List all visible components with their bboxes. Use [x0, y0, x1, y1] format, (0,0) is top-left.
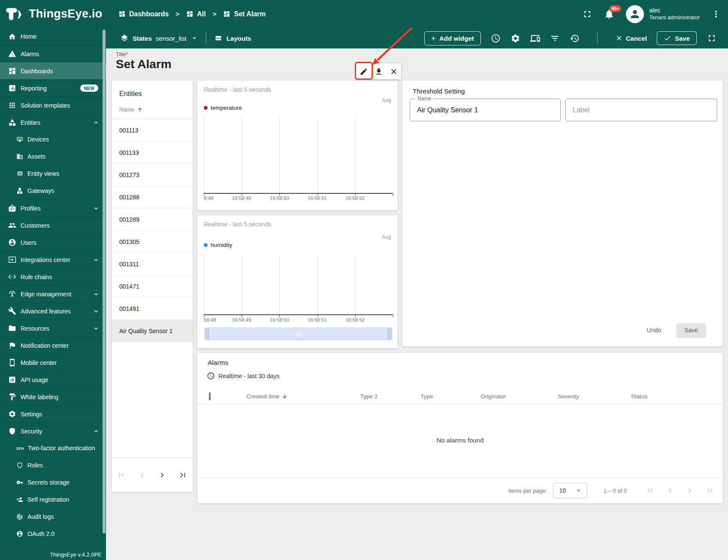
kebab-menu-button[interactable] — [711, 9, 721, 19]
first-page-icon — [117, 470, 126, 480]
logo[interactable]: ThingsEye.io — [0, 6, 104, 22]
column-header-type[interactable]: Type — [399, 393, 455, 400]
notifications-button[interactable]: 99+ — [604, 9, 615, 20]
version-history-button[interactable] — [570, 33, 580, 43]
avatar[interactable] — [626, 5, 644, 23]
sidebar-item-security[interactable]: Security — [0, 422, 106, 440]
sidebar-item-home[interactable]: Home — [0, 28, 106, 45]
layouts-button[interactable]: Layouts — [214, 34, 251, 42]
save-button[interactable]: Save — [657, 31, 697, 45]
threshold-save-button[interactable]: Save — [677, 323, 706, 337]
sidebar-item-users[interactable]: Users — [0, 234, 106, 251]
sidebar-item-notification-center[interactable]: Notification center — [0, 337, 106, 354]
settings-button[interactable] — [511, 33, 520, 43]
check-icon — [664, 34, 671, 42]
sidebar-item-dashboards[interactable]: Dashboards — [0, 62, 106, 79]
sidebar-item-solution-templates[interactable]: Solution templates — [0, 96, 106, 114]
last-page-button[interactable] — [178, 470, 187, 480]
close-widget-button[interactable] — [386, 63, 401, 79]
timewindow-button[interactable] — [491, 33, 501, 43]
entity-row[interactable]: 001113 — [112, 119, 193, 142]
expand-button[interactable] — [707, 33, 717, 43]
sidebar-item-integrations-center[interactable]: Integrations center — [0, 251, 106, 268]
range-handle-right[interactable] — [388, 328, 392, 340]
column-header-type-2[interactable]: Type 2 — [339, 393, 399, 400]
first-page-button — [117, 470, 126, 480]
sidebar-item-profiles[interactable]: Profiles — [0, 199, 106, 217]
sidebar-item-devices[interactable]: Devices — [0, 131, 106, 148]
legend-item-temperature[interactable]: temperature — [204, 105, 242, 111]
filters-button[interactable] — [550, 33, 560, 43]
chart-timewindow-label: Realtime - last 5 seconds — [204, 221, 271, 228]
layers-icon — [120, 34, 129, 42]
name-input[interactable] — [410, 99, 560, 121]
sidebar-item-oauth-2-0[interactable]: OAuth 2.0 — [0, 525, 106, 542]
column-header-status[interactable]: Status — [605, 393, 674, 400]
main-area: States sensor_list Layouts + Add widget — [106, 28, 728, 560]
label-input[interactable] — [566, 99, 717, 121]
sidebar-item-entity-views[interactable]: Entity views — [0, 165, 106, 182]
entities-name-column-header[interactable]: Name — [112, 98, 193, 119]
entity-row[interactable]: 001311 — [112, 253, 193, 275]
sidebar-item-advanced-features[interactable]: Advanced features — [0, 302, 106, 319]
column-header-originator[interactable]: Originator — [455, 393, 532, 400]
sidebar-item-rule-chains[interactable]: Rule chains — [0, 268, 106, 285]
entities-title: Entities — [112, 81, 193, 98]
sidebar-item-self-registration[interactable]: Self registration — [0, 491, 106, 508]
fullscreen-button[interactable] — [582, 9, 592, 19]
entity-row[interactable]: 001305 — [112, 231, 193, 253]
sidebar-item-reporting[interactable]: ReportingNEW — [0, 79, 106, 96]
sidebar-item-resources[interactable]: Resources — [0, 319, 106, 337]
range-handle-left[interactable] — [205, 328, 209, 340]
select-all-checkbox[interactable] — [209, 392, 211, 400]
aliases-button[interactable] — [530, 33, 540, 43]
sidebar-item-white-labeling[interactable]: White labeling — [0, 388, 106, 405]
mobile-icon — [8, 358, 16, 367]
entity-row[interactable]: 001288 — [112, 186, 193, 208]
entity-row[interactable]: 001273 — [112, 164, 193, 186]
first-page-button — [646, 486, 655, 495]
breadcrumb-item-dashboards[interactable]: Dashboards — [118, 10, 169, 18]
chart-plot-area — [204, 256, 393, 315]
items-per-page-select[interactable]: 10 — [553, 483, 587, 498]
time-range-selector[interactable] — [205, 328, 392, 340]
entity-row[interactable]: 001289 — [112, 208, 193, 231]
column-header-severity[interactable]: Severity — [532, 393, 605, 400]
sidebar-item-mobile-center[interactable]: Mobile center — [0, 354, 106, 371]
two-factor-icon: 2FA — [16, 446, 24, 451]
sidebar-item-assets[interactable]: Assets — [0, 148, 106, 165]
entity-row[interactable]: 001491 — [112, 298, 193, 320]
user-menu[interactable]: alec Tenant administrator — [649, 6, 700, 22]
sidebar-scrollbar[interactable] — [103, 30, 106, 533]
chevron-right-button[interactable] — [157, 470, 167, 480]
sidebar-item-entities[interactable]: Entities — [0, 114, 106, 131]
sidebar-item-api-usage[interactable]: API usage — [0, 371, 106, 388]
sidebar-item-gateways[interactable]: Gateways — [0, 182, 106, 199]
sidebar-item-label: Customers — [21, 222, 103, 229]
sidebar-item-customers[interactable]: Customers — [0, 217, 106, 234]
x-tick-label: 8:48 — [204, 196, 213, 201]
sidebar-item-secrets-storage[interactable]: Secrets storage — [0, 474, 106, 491]
breadcrumb-item-all[interactable]: All — [186, 10, 205, 18]
column-header-created-time[interactable]: Created time — [236, 393, 339, 400]
sidebar-item-roles[interactable]: Roles — [0, 457, 106, 474]
sidebar-item-settings[interactable]: Settings — [0, 405, 106, 422]
alarms-timewindow-button[interactable]: Realtime - last 30 days — [207, 372, 279, 380]
add-widget-button[interactable]: + Add widget — [424, 31, 481, 45]
download-widget-button[interactable] — [371, 63, 386, 79]
entity-row[interactable]: 001471 — [112, 275, 193, 298]
entity-row[interactable]: 001133 — [112, 142, 193, 164]
cancel-button[interactable]: Cancel — [615, 34, 647, 42]
legend-item-humidity[interactable]: humidity — [204, 242, 232, 248]
sidebar-item-alarms[interactable]: Alarms — [0, 45, 106, 62]
sidebar-item-audit-logs[interactable]: Audit logs — [0, 508, 106, 525]
undo-button[interactable]: Undo — [643, 323, 665, 337]
edit-widget-button[interactable] — [356, 63, 371, 79]
sidebar-item-edge-management[interactable]: Edge management — [0, 285, 106, 302]
page-title[interactable]: Set Alarm — [116, 57, 172, 71]
entity-row[interactable]: Air Quality Sensor 1 — [112, 320, 193, 342]
legend-label: humidity — [211, 242, 232, 248]
breadcrumb-item-set-alarm[interactable]: Set Alarm — [223, 10, 266, 18]
states-selector[interactable]: States sensor_list — [120, 34, 198, 42]
sidebar-item-two-factor-authentication[interactable]: 2FATwo-factor authentication — [0, 440, 106, 457]
